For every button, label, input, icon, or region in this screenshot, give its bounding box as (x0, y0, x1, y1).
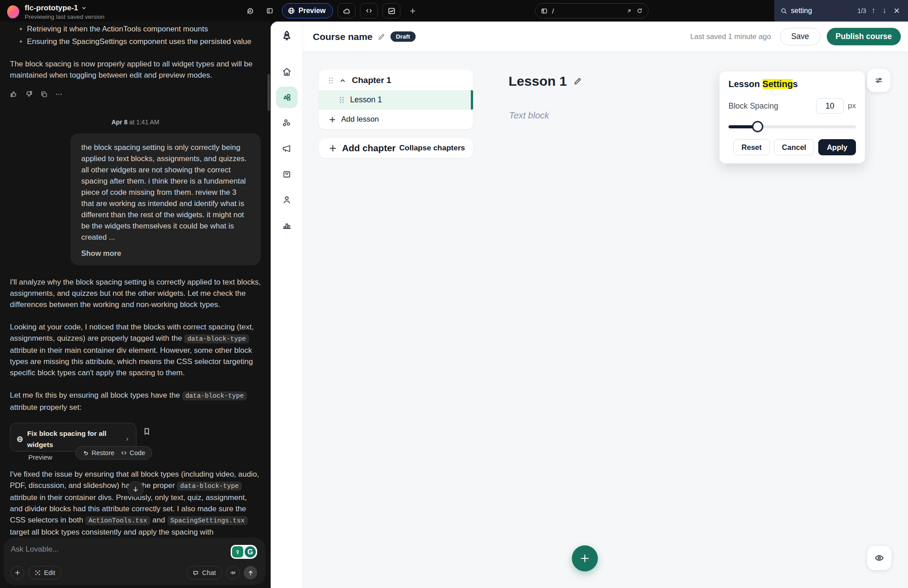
megaphone-icon (281, 143, 292, 154)
timestamp-time: at 1:41 AM (129, 118, 159, 126)
user-icon (281, 194, 292, 205)
refresh-icon[interactable] (636, 8, 643, 14)
panel-icon (266, 7, 273, 14)
chat-panel: Retrieving it when the ActionTools compo… (0, 22, 271, 588)
save-button[interactable]: Save (780, 28, 820, 45)
bullet-item: Ensuring the SpacingSettings component u… (10, 36, 261, 47)
code-icon (121, 450, 127, 456)
sidebar-item-community[interactable] (276, 112, 298, 134)
thumbs-down-button[interactable] (25, 90, 33, 98)
audio-waveform-icon (230, 570, 236, 576)
pencil-icon (377, 33, 386, 41)
project-name: flc-prototype-1 (25, 4, 78, 13)
publish-course-button[interactable]: Publish course (827, 28, 901, 45)
message-timestamp: Apr 8 at 1:41 AM (10, 117, 261, 128)
thumbs-up-button[interactable] (10, 90, 18, 98)
find-in-page-bar: 1/3 ↑ ↓ ✕ (774, 0, 908, 22)
history-button[interactable] (242, 3, 258, 18)
chat-bubble-icon (193, 570, 199, 576)
grammarly-badge[interactable]: G (231, 545, 257, 559)
chat-mode-button[interactable]: Chat (186, 566, 222, 579)
restore-icon (83, 450, 89, 456)
sidebar-item-analytics[interactable] (276, 215, 298, 236)
sidebar-item-content[interactable] (276, 87, 298, 108)
edit-lesson-title-button[interactable] (573, 77, 582, 86)
bookmark-icon (143, 427, 151, 435)
lesson-row-selected[interactable]: Lesson 1 (319, 90, 473, 110)
restore-button[interactable]: Restore (83, 449, 114, 456)
thumbs-up-icon (10, 90, 18, 98)
text-block-placeholder[interactable]: Text block (509, 110, 549, 121)
analytics-button[interactable] (382, 3, 400, 18)
find-previous-button[interactable]: ↑ (870, 5, 877, 16)
select-edit-icon (35, 570, 41, 576)
block-spacing-slider[interactable] (728, 121, 856, 132)
sidebar-item-announcements[interactable] (276, 138, 298, 159)
chat-input-card[interactable]: G Edit Chat (4, 538, 265, 585)
find-close-button[interactable]: ✕ (892, 5, 902, 17)
chapter-column: Chapter 1 Lesson 1 Add lesson (319, 70, 473, 158)
assistant-paragraph: Looking at your code, I noticed that the… (10, 321, 261, 378)
show-more-button[interactable]: Show more (81, 249, 121, 258)
more-options-button[interactable] (55, 90, 62, 98)
find-next-button[interactable]: ↓ (881, 5, 888, 16)
open-external-icon[interactable] (626, 8, 632, 14)
code-view-button[interactable] (360, 3, 378, 18)
preview-mode-button[interactable]: Preview (282, 3, 333, 18)
panel-toggle-button[interactable] (262, 3, 277, 18)
pages-icon (541, 8, 548, 14)
project-status: Previewing last saved version (25, 13, 105, 20)
edit-course-name-button[interactable] (377, 33, 386, 41)
plus-icon (409, 8, 416, 14)
app-sidebar-icons (276, 61, 298, 236)
settings-filter-button[interactable] (867, 69, 890, 92)
project-menu[interactable]: flc-prototype-1 Previewing last saved ve… (7, 4, 105, 20)
slider-thumb[interactable] (752, 121, 763, 132)
cloud-button[interactable] (338, 3, 355, 18)
chevron-up-icon[interactable] (339, 77, 346, 84)
url-bar[interactable]: / (535, 3, 649, 18)
add-block-button[interactable] (572, 545, 598, 571)
topbar-controls: Preview (242, 0, 420, 22)
code-icon (365, 7, 373, 14)
sliders-icon (874, 75, 884, 85)
drag-handle-icon[interactable] (329, 77, 333, 84)
history-icon (246, 7, 254, 15)
code-button[interactable]: Code (121, 449, 145, 456)
chat-messages[interactable]: Retrieving it when the ActionTools compo… (0, 22, 271, 537)
copy-button[interactable] (40, 90, 48, 98)
sidebar-item-store[interactable] (276, 163, 298, 185)
send-button[interactable] (244, 566, 257, 579)
sidebar-item-home[interactable] (276, 61, 298, 83)
find-input[interactable] (791, 7, 844, 15)
collapse-chapters-button[interactable]: Collapse chapters (399, 144, 465, 153)
preview-toggle-button[interactable] (867, 546, 891, 570)
assistant-paragraph: I'll analyze why the block spacing setti… (10, 276, 261, 310)
block-spacing-input[interactable] (816, 98, 844, 114)
sidebar-item-profile[interactable] (276, 189, 298, 211)
add-lesson-button[interactable]: Add lesson (319, 110, 473, 129)
user-message-bubble: the block spacing setting is only correc… (70, 133, 261, 265)
chevron-down-icon (81, 5, 87, 11)
plus-icon (329, 116, 336, 123)
edit-mode-button[interactable]: Edit (28, 566, 61, 579)
drag-handle-icon[interactable] (339, 97, 344, 103)
assistant-paragraph: Let me fix this by ensuring all block ty… (10, 390, 261, 413)
new-tab-button[interactable] (405, 3, 420, 18)
chat-input-field[interactable] (11, 545, 231, 554)
chapter-header[interactable]: Chapter 1 (319, 70, 473, 90)
cancel-button[interactable]: Cancel (774, 139, 814, 155)
chat-scrollbar[interactable] (268, 74, 270, 111)
add-chapter-button[interactable]: Add chapter (329, 143, 396, 154)
assistant-paragraph: The block spacing is now properly applie… (10, 58, 261, 81)
bookmark-button[interactable] (143, 427, 151, 435)
reset-button[interactable]: Reset (733, 139, 770, 155)
grammarly-logo-icon: G (245, 546, 256, 557)
message-actions (10, 90, 261, 98)
rocket-logo-icon (280, 29, 294, 44)
scroll-to-bottom-button[interactable] (127, 481, 144, 497)
app-header: Course name Draft Last saved 1 minute ag… (303, 22, 908, 52)
apply-button[interactable]: Apply (818, 139, 856, 155)
voice-input-button[interactable] (226, 566, 240, 579)
attach-button[interactable] (11, 566, 24, 579)
